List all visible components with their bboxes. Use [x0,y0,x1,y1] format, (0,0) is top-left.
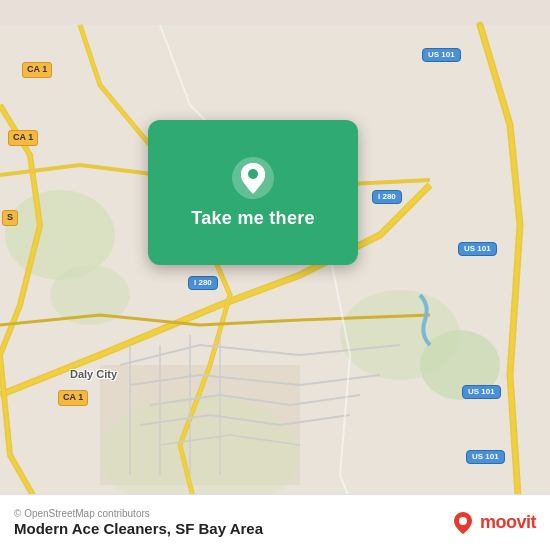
ca1-badge-bottom: CA 1 [58,390,88,406]
place-name: Modern Ace Cleaners, SF Bay Area [14,520,263,537]
i280-badge-right: I 280 [372,190,402,204]
bottom-left: © OpenStreetMap contributors Modern Ace … [14,508,263,537]
map-roads-svg [0,0,550,550]
s-badge: S [2,210,18,226]
us101-badge-bottom: US 101 [466,450,505,464]
us101-badge-top: US 101 [422,48,461,62]
copyright-text: © OpenStreetMap contributors [14,508,263,519]
take-me-there-label: Take me there [191,208,315,229]
bottom-bar: © OpenStreetMap contributors Modern Ace … [0,494,550,550]
svg-point-14 [459,517,467,525]
location-pin-icon [231,156,275,200]
moovit-text: moovit [480,512,536,533]
ca1-badge-mid: CA 1 [8,130,38,146]
daly-city-label: Daly City [70,368,117,380]
ca1-badge-top: CA 1 [22,62,52,78]
take-me-there-card[interactable]: Take me there [148,120,358,265]
map-container: CA 1 CA 1 CA 1 US 101 US 101 US 101 US 1… [0,0,550,550]
us101-badge-lower: US 101 [462,385,501,399]
us101-badge-mid: US 101 [458,242,497,256]
svg-point-13 [248,169,258,179]
moovit-pin-icon [450,510,476,536]
moovit-logo[interactable]: moovit [450,510,536,536]
i280-badge-mid: I 280 [188,276,218,290]
